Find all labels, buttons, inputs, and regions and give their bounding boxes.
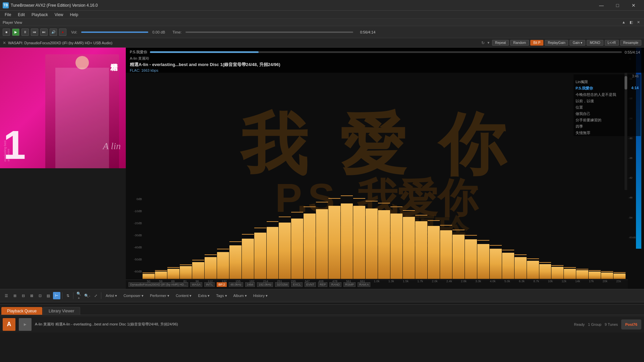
float-btn-2[interactable]: ◧ [628, 20, 634, 24]
freq-5k: 5.0k [504, 280, 510, 285]
mono-button[interactable]: MONO [587, 40, 603, 46]
tb-view-btn-2[interactable]: ⊞ [11, 292, 18, 299]
track-item-8[interactable]: 四季 [574, 123, 641, 130]
maximize-button[interactable]: □ [610, 0, 625, 11]
track-item-4[interactable]: 以前，以後 [574, 98, 641, 104]
vol-slider[interactable] [81, 32, 148, 33]
repeat-button[interactable]: Repeat [492, 40, 509, 46]
spec-bar-wrap-5 [205, 254, 217, 279]
spec-peak-4 [192, 260, 204, 260]
db-axis: 0dB -10dB -20dB -30dB -40dB -50dB -60dB [126, 192, 143, 279]
tb-view-btn-5[interactable]: ⊡ [36, 292, 44, 299]
replaygain-button[interactable]: ReplayGain [545, 40, 568, 46]
track-item-5[interactable]: 位置 [574, 104, 641, 111]
spec-bar-wrap-29 [502, 250, 514, 279]
tb-view-btn-4[interactable]: ⊠ [28, 292, 35, 299]
tb-reset[interactable]: ⤢ [92, 292, 99, 299]
freq-axis: 50 59 69 81 96 112 132 155 182 214 251 2… [143, 280, 626, 285]
prev-button[interactable]: ⏮ [31, 28, 38, 36]
freq-50: 50 [147, 280, 150, 285]
freq-4k: 4.0k [490, 280, 496, 285]
spec-peak-26 [465, 235, 477, 236]
menu-view[interactable]: View [51, 11, 67, 19]
freq-1k5: 1.5k [403, 280, 409, 285]
tb-zoom-out[interactable]: 🔍- [84, 292, 91, 299]
figure-head [75, 56, 89, 69]
float-btn-3[interactable]: ✕ [636, 20, 641, 24]
spec-peak-8 [242, 234, 254, 235]
spec-bar-wrap-4 [192, 260, 204, 279]
float-btn-1[interactable]: ▲ [621, 20, 627, 24]
artist-dropdown[interactable]: Artist ▾ [103, 293, 120, 299]
bitp-button[interactable]: Bit P [530, 40, 543, 46]
extra-dropdown[interactable]: Extra ▾ [195, 293, 212, 299]
freq-182: 182 [249, 280, 254, 285]
menu-edit[interactable]: Edit [14, 11, 28, 19]
tb-sort-btn[interactable]: ⇅ [64, 292, 71, 299]
status-avatar: A [3, 318, 15, 331]
freq-6k: 6.3k [519, 280, 525, 285]
progress-bar-bg[interactable] [150, 51, 622, 53]
close-button[interactable]: ✕ [626, 0, 641, 11]
performer-dropdown[interactable]: Performer ▾ [147, 293, 172, 299]
stop-button[interactable]: ■ [3, 28, 10, 36]
spec-peak-6 [217, 249, 229, 249]
tb-view-btn-6[interactable]: ▤ [45, 292, 52, 299]
device-close[interactable]: ✕ [3, 41, 6, 45]
device-dropdown-arrow[interactable]: ▼ [487, 41, 490, 45]
tags-dropdown[interactable]: Tags ▾ [213, 293, 229, 299]
spec-bar-wrap-20 [390, 206, 402, 279]
resample-button[interactable]: Resample [620, 40, 641, 46]
menu-playback[interactable]: Playback [28, 11, 51, 19]
spec-bar-wrap-31 [527, 258, 539, 279]
scrollbar-thumb[interactable] [625, 76, 627, 89]
history-dropdown[interactable]: History ▾ [251, 293, 270, 299]
toolbar-separator-2 [73, 292, 73, 299]
spec-bar-wrap-7 [229, 241, 241, 279]
composer-dropdown[interactable]: Composer ▾ [121, 293, 146, 299]
content-dropdown[interactable]: Content ▾ [173, 293, 195, 299]
freq-81: 81 [183, 280, 187, 285]
record-button[interactable]: ● [59, 28, 66, 36]
device-refresh[interactable]: ↻ [481, 41, 485, 45]
spec-bar-15 [328, 206, 340, 279]
spec-bar-27 [477, 244, 489, 279]
tracklist-scrollbar[interactable] [625, 73, 627, 190]
mute-button[interactable]: 🔊 [50, 28, 57, 36]
menu-file[interactable]: File [1, 11, 14, 19]
lr-button[interactable]: L<>R [605, 40, 619, 46]
track-item-3[interactable]: 今晚你想念的人是不是我 [574, 92, 641, 98]
track-item-1[interactable]: Lin楓限 [574, 79, 641, 85]
gain-button[interactable]: Gain ▾ [570, 40, 585, 46]
tab-library-viewer[interactable]: Library Viewer [43, 307, 80, 315]
tb-zoom-in[interactable]: 🔍+ [75, 292, 83, 299]
track-item-9[interactable]: 失憶無罪 [574, 130, 641, 136]
album-dropdown[interactable]: Album ▾ [231, 293, 250, 299]
play-button[interactable]: ▶ [12, 28, 19, 36]
spec-peak-17 [353, 198, 365, 199]
progress-bar-fill [150, 51, 259, 53]
tab-playback-queue[interactable]: Playback Queue [1, 307, 42, 315]
spec-bar-36 [589, 272, 601, 279]
chinese-text-main: 我 愛 你 [240, 111, 513, 178]
spec-bar-26 [465, 239, 477, 279]
minimize-button[interactable]: — [594, 0, 609, 11]
freq-478: 478 [332, 280, 337, 285]
pause-button[interactable]: ⏸ [21, 28, 29, 36]
time-slider[interactable] [185, 32, 353, 33]
tb-view-btn-7[interactable]: ⊢ [53, 292, 60, 299]
random-button[interactable]: Random [510, 40, 529, 46]
song-info-bar: P.S.我愛你 0:55/4:14 A-lin 黃麗玲 精選A-lin - ev… [126, 48, 644, 73]
next-button[interactable]: ⏭ [40, 28, 48, 36]
album-subtitle: everlasting best and more [3, 135, 122, 162]
tb-view-btn-1[interactable]: ☰ [3, 292, 10, 299]
track-item-6[interactable]: 做我自己 [574, 111, 641, 117]
spec-peak-31 [527, 258, 539, 259]
spec-peak-32 [539, 262, 551, 263]
track-item-7[interactable]: 分手前要練習的 [574, 117, 641, 123]
track-item-2[interactable]: P.S.我愛你4:14 [574, 85, 641, 92]
tb-view-btn-3[interactable]: ⊟ [19, 292, 27, 299]
spec-peak-2 [167, 267, 179, 268]
menu-help[interactable]: Help [67, 11, 82, 19]
device-buttons: Repeat Random Bit P ReplayGain Gain ▾ MO… [492, 40, 641, 46]
